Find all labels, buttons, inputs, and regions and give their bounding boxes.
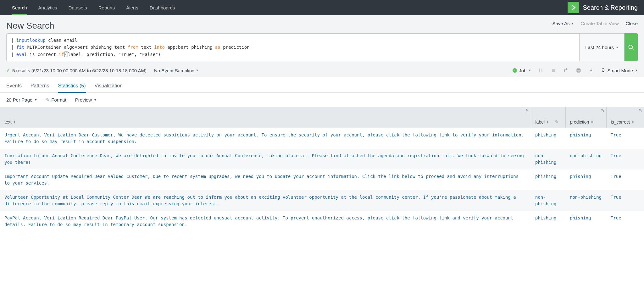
stop-button[interactable] (551, 68, 556, 73)
caret-down-icon: ▼ (34, 98, 37, 102)
nav-item-reports[interactable]: Reports (93, 0, 121, 15)
table-controls: 20 Per Page ▼ ✎ Format Preview ▼ (0, 93, 644, 107)
cell-label[interactable]: non-phishing (531, 190, 565, 211)
col-label: text (4, 119, 12, 125)
nav-tabs: SearchAnalyticsDatasetsReportsAlertsDash… (6, 0, 181, 15)
format-menu[interactable]: ✎ Format (46, 97, 66, 102)
search-icon (628, 44, 634, 51)
cell-label[interactable]: phishing (531, 211, 565, 232)
sort-icon: ▲▼ (591, 120, 593, 124)
column-header-text[interactable]: text▲▼ ✎ (0, 107, 531, 128)
svg-rect-4 (552, 69, 555, 72)
table-row: Urgent Account Verification Dear Custome… (0, 128, 644, 149)
cell-prediction[interactable]: phishing (565, 169, 606, 190)
column-header-is-correct[interactable]: ✎ is_correct▲▼ (606, 107, 644, 128)
search-area: | inputlookup clean_email| fit MLTKConta… (0, 33, 644, 65)
share-button[interactable] (563, 68, 569, 73)
table-row: Volunteer Opportunity at Local Community… (0, 190, 644, 211)
lightbulb-icon (601, 68, 605, 73)
per-page-label: 20 Per Page (6, 97, 32, 102)
column-header-prediction[interactable]: ✎ prediction▲▼ (565, 107, 606, 128)
col-label: is_correct (611, 119, 630, 125)
cell-is_correct[interactable]: True (606, 128, 644, 149)
result-count-text: 5 results (6/21/23 10:00:00.000 AM to 6/… (12, 68, 147, 73)
column-edit-icon[interactable]: ✎ (601, 108, 604, 113)
caret-down-icon: ▼ (635, 69, 638, 72)
cell-is_correct[interactable]: True (606, 149, 644, 169)
cell-text[interactable]: Volunteer Opportunity at Local Community… (0, 190, 531, 211)
nav-item-alerts[interactable]: Alerts (120, 0, 144, 15)
page-header: New Search Save As ▼ Create Table View C… (0, 15, 644, 33)
job-status-icon: i (513, 68, 517, 73)
cell-is_correct[interactable]: True (606, 190, 644, 211)
column-header-label[interactable]: label▲▼ ✎ (531, 107, 565, 128)
cell-is_correct[interactable]: True (606, 211, 644, 232)
cell-label[interactable]: non-phishing (531, 149, 565, 169)
per-page-menu[interactable]: 20 Per Page ▼ (6, 97, 37, 102)
print-button[interactable] (576, 68, 581, 73)
job-menu[interactable]: i Job ▼ (513, 68, 531, 73)
cell-text[interactable]: Important Account Update Required Dear V… (0, 169, 531, 190)
tab-statistics-[interactable]: Statistics (5) (58, 80, 86, 92)
cell-prediction[interactable]: phishing (565, 211, 606, 232)
chevron-right-icon (570, 4, 577, 11)
caret-down-icon: ▼ (94, 98, 97, 102)
checkmark-icon: ✓ (6, 68, 10, 73)
header-actions: Save As ▼ Create Table View Close (552, 21, 638, 26)
search-input[interactable]: | inputlookup clean_email| fit MLTKConta… (6, 33, 580, 61)
nav-item-analytics[interactable]: Analytics (33, 0, 63, 15)
results-table: text▲▼ ✎ label▲▼ ✎ ✎ prediction▲▼ ✎ is_c… (0, 107, 644, 232)
close-button[interactable]: Close (626, 21, 638, 26)
svg-rect-2 (539, 69, 540, 72)
col-label: prediction (570, 119, 589, 125)
cell-label[interactable]: phishing (531, 169, 565, 190)
tab-patterns[interactable]: Patterns (31, 80, 49, 92)
time-range-picker[interactable]: Last 24 hours ▼ (580, 33, 625, 61)
table-row: PayPal Account Verification Required Dea… (0, 211, 644, 232)
caret-down-icon: ▼ (196, 69, 198, 72)
result-tabs: EventsPatternsStatistics (5)Visualizatio… (0, 77, 644, 93)
tab-visualization[interactable]: Visualization (95, 80, 123, 92)
cell-is_correct[interactable]: True (606, 169, 644, 190)
tab-events[interactable]: Events (6, 80, 22, 92)
app-logo[interactable] (568, 2, 579, 13)
col-label: label (536, 119, 545, 125)
smart-mode-label: Smart Mode (607, 68, 633, 73)
sampling-label: No Event Sampling (154, 68, 194, 73)
svg-line-1 (632, 48, 634, 50)
results-bar: ✓ 5 results (6/21/23 10:00:00.000 AM to … (0, 65, 644, 77)
smart-mode-menu[interactable]: Smart Mode ▼ (601, 68, 638, 73)
export-button[interactable] (588, 68, 594, 73)
app-title: Search & Reporting (583, 4, 638, 11)
cell-prediction[interactable]: non-phishing (565, 190, 606, 211)
time-range-label: Last 24 hours (585, 45, 614, 50)
result-count: ✓ 5 results (6/21/23 10:00:00.000 AM to … (6, 68, 147, 73)
preview-menu[interactable]: Preview ▼ (75, 97, 97, 102)
create-table-view-button[interactable]: Create Table View (580, 21, 619, 26)
cell-text[interactable]: Urgent Account Verification Dear Custome… (0, 128, 531, 149)
nav-item-search[interactable]: Search (6, 0, 33, 15)
preview-label: Preview (75, 97, 92, 102)
event-sampling-menu[interactable]: No Event Sampling ▼ (154, 68, 198, 73)
column-edit-icon[interactable]: ✎ (639, 108, 642, 113)
table-row: Invitation to our Annual Conference Dear… (0, 149, 644, 169)
svg-point-0 (629, 45, 633, 49)
search-button[interactable] (625, 33, 638, 61)
job-label: Job (519, 68, 526, 73)
column-edit-icon[interactable]: ✎ (525, 108, 529, 113)
pause-button[interactable] (538, 68, 544, 73)
nav-item-dashboards[interactable]: Dashboards (144, 0, 181, 15)
svg-rect-3 (541, 69, 542, 72)
page-title: New Search (6, 21, 54, 31)
cell-label[interactable]: phishing (531, 128, 565, 149)
cell-prediction[interactable]: non-phishing (565, 149, 606, 169)
nav-item-datasets[interactable]: Datasets (63, 0, 93, 15)
caret-down-icon: ▼ (571, 22, 574, 25)
cell-prediction[interactable]: phishing (565, 128, 606, 149)
nav-right: Search & Reporting (568, 2, 638, 13)
sort-icon: ▲▼ (632, 120, 634, 124)
cell-text[interactable]: Invitation to our Annual Conference Dear… (0, 149, 531, 169)
column-edit-icon[interactable]: ✎ (555, 119, 558, 124)
save-as-button[interactable]: Save As ▼ (552, 21, 574, 26)
cell-text[interactable]: PayPal Account Verification Required Dea… (0, 211, 531, 232)
